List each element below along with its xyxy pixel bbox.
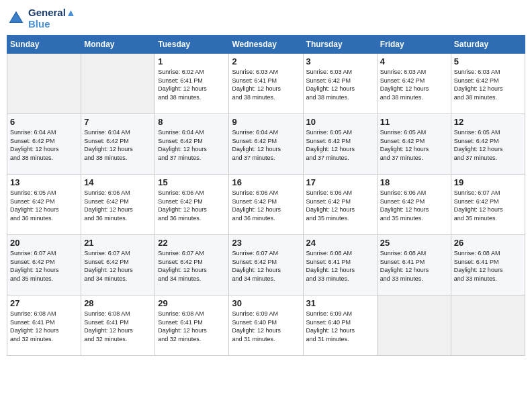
day-info: Sunrise: 6:08 AM Sunset: 6:41 PM Dayligh… [84,310,152,343]
day-number: 12 [454,117,522,127]
calendar-cell: 18Sunrise: 6:06 AM Sunset: 6:42 PM Dayli… [377,175,451,235]
day-info: Sunrise: 6:06 AM Sunset: 6:42 PM Dayligh… [380,189,448,222]
day-info: Sunrise: 6:03 AM Sunset: 6:42 PM Dayligh… [454,68,522,101]
day-number: 28 [84,298,152,308]
day-info: Sunrise: 6:09 AM Sunset: 6:40 PM Dayligh… [232,310,300,343]
calendar-cell: 9Sunrise: 6:04 AM Sunset: 6:42 PM Daylig… [229,114,303,175]
day-info: Sunrise: 6:04 AM Sunset: 6:42 PM Dayligh… [84,128,152,162]
day-number: 27 [10,298,78,308]
col-header-thursday: Thursday [303,36,377,54]
calendar-cell: 26Sunrise: 6:08 AM Sunset: 6:41 PM Dayli… [451,235,525,295]
calendar-cell: 29Sunrise: 6:08 AM Sunset: 6:41 PM Dayli… [155,295,229,356]
week-row-2: 13Sunrise: 6:05 AM Sunset: 6:42 PM Dayli… [7,175,525,235]
day-number: 10 [306,117,374,127]
day-info: Sunrise: 6:09 AM Sunset: 6:40 PM Dayligh… [306,310,374,343]
week-row-1: 6Sunrise: 6:04 AM Sunset: 6:42 PM Daylig… [7,114,525,175]
day-number: 17 [306,177,374,187]
calendar-cell: 5Sunrise: 6:03 AM Sunset: 6:42 PM Daylig… [451,54,525,114]
day-info: Sunrise: 6:06 AM Sunset: 6:42 PM Dayligh… [158,189,226,222]
col-header-friday: Friday [377,36,451,54]
calendar-cell [451,295,525,356]
day-info: Sunrise: 6:08 AM Sunset: 6:41 PM Dayligh… [10,310,78,343]
day-number: 4 [380,56,448,66]
calendar-cell: 6Sunrise: 6:04 AM Sunset: 6:42 PM Daylig… [7,114,81,175]
day-info: Sunrise: 6:07 AM Sunset: 6:42 PM Dayligh… [158,249,226,283]
day-info: Sunrise: 6:05 AM Sunset: 6:42 PM Dayligh… [380,128,448,162]
calendar-cell: 8Sunrise: 6:04 AM Sunset: 6:42 PM Daylig… [155,114,229,175]
day-number: 15 [158,177,226,187]
week-row-0: 1Sunrise: 6:02 AM Sunset: 6:41 PM Daylig… [7,54,525,114]
day-info: Sunrise: 6:05 AM Sunset: 6:42 PM Dayligh… [454,128,522,162]
day-info: Sunrise: 6:02 AM Sunset: 6:41 PM Dayligh… [158,68,226,101]
day-number: 2 [232,56,300,66]
day-info: Sunrise: 6:06 AM Sunset: 6:42 PM Dayligh… [232,189,300,222]
day-number: 8 [158,117,226,127]
calendar-cell: 20Sunrise: 6:07 AM Sunset: 6:42 PM Dayli… [7,235,81,295]
day-number: 13 [10,177,78,187]
calendar-cell [7,54,81,114]
calendar-cell: 30Sunrise: 6:09 AM Sunset: 6:40 PM Dayli… [229,295,303,356]
calendar-cell: 4Sunrise: 6:03 AM Sunset: 6:42 PM Daylig… [377,54,451,114]
day-number: 30 [232,298,300,308]
day-info: Sunrise: 6:04 AM Sunset: 6:42 PM Dayligh… [158,128,226,162]
day-info: Sunrise: 6:07 AM Sunset: 6:42 PM Dayligh… [232,249,300,283]
day-number: 18 [380,177,448,187]
calendar-cell: 17Sunrise: 6:06 AM Sunset: 6:42 PM Dayli… [303,175,377,235]
calendar-cell: 2Sunrise: 6:03 AM Sunset: 6:41 PM Daylig… [229,54,303,114]
calendar-cell: 22Sunrise: 6:07 AM Sunset: 6:42 PM Dayli… [155,235,229,295]
day-number: 6 [10,117,78,127]
calendar-header-row: SundayMondayTuesdayWednesdayThursdayFrid… [7,36,525,54]
calendar-cell [377,295,451,356]
calendar-cell: 14Sunrise: 6:06 AM Sunset: 6:42 PM Dayli… [81,175,155,235]
calendar-cell: 21Sunrise: 6:07 AM Sunset: 6:42 PM Dayli… [81,235,155,295]
day-info: Sunrise: 6:05 AM Sunset: 6:42 PM Dayligh… [306,128,374,162]
calendar-cell: 28Sunrise: 6:08 AM Sunset: 6:41 PM Dayli… [81,295,155,356]
day-info: Sunrise: 6:04 AM Sunset: 6:42 PM Dayligh… [10,128,78,162]
col-header-wednesday: Wednesday [229,36,303,54]
calendar-cell: 10Sunrise: 6:05 AM Sunset: 6:42 PM Dayli… [303,114,377,175]
calendar-cell: 16Sunrise: 6:06 AM Sunset: 6:42 PM Dayli… [229,175,303,235]
calendar-cell: 23Sunrise: 6:07 AM Sunset: 6:42 PM Dayli… [229,235,303,295]
day-info: Sunrise: 6:04 AM Sunset: 6:42 PM Dayligh… [232,128,300,162]
calendar-cell: 3Sunrise: 6:03 AM Sunset: 6:42 PM Daylig… [303,54,377,114]
day-number: 24 [306,238,374,248]
day-info: Sunrise: 6:05 AM Sunset: 6:42 PM Dayligh… [10,189,78,222]
day-number: 23 [232,238,300,248]
day-number: 5 [454,56,522,66]
day-number: 16 [232,177,300,187]
day-number: 26 [454,238,522,248]
day-info: Sunrise: 6:03 AM Sunset: 6:42 PM Dayligh… [380,68,448,101]
logo-text: General▲ Blue [28,7,76,30]
day-info: Sunrise: 6:08 AM Sunset: 6:41 PM Dayligh… [380,249,448,283]
day-info: Sunrise: 6:03 AM Sunset: 6:42 PM Dayligh… [306,68,374,101]
day-number: 25 [380,238,448,248]
header: General▲ Blue [7,7,525,30]
calendar-cell: 1Sunrise: 6:02 AM Sunset: 6:41 PM Daylig… [155,54,229,114]
day-number: 1 [158,56,226,66]
day-info: Sunrise: 6:07 AM Sunset: 6:42 PM Dayligh… [10,249,78,283]
col-header-monday: Monday [81,36,155,54]
logo-icon [7,9,26,28]
day-number: 14 [84,177,152,187]
day-info: Sunrise: 6:07 AM Sunset: 6:42 PM Dayligh… [454,189,522,222]
calendar-table: SundayMondayTuesdayWednesdayThursdayFrid… [7,35,525,356]
day-number: 3 [306,56,374,66]
day-number: 11 [380,117,448,127]
day-info: Sunrise: 6:08 AM Sunset: 6:41 PM Dayligh… [306,249,374,283]
col-header-sunday: Sunday [7,36,81,54]
logo: General▲ Blue [7,7,76,30]
col-header-tuesday: Tuesday [155,36,229,54]
day-info: Sunrise: 6:07 AM Sunset: 6:42 PM Dayligh… [84,249,152,283]
col-header-saturday: Saturday [451,36,525,54]
calendar-cell: 31Sunrise: 6:09 AM Sunset: 6:40 PM Dayli… [303,295,377,356]
day-info: Sunrise: 6:06 AM Sunset: 6:42 PM Dayligh… [84,189,152,222]
week-row-4: 27Sunrise: 6:08 AM Sunset: 6:41 PM Dayli… [7,295,525,356]
calendar-cell: 27Sunrise: 6:08 AM Sunset: 6:41 PM Dayli… [7,295,81,356]
calendar-cell: 13Sunrise: 6:05 AM Sunset: 6:42 PM Dayli… [7,175,81,235]
day-number: 29 [158,298,226,308]
week-row-3: 20Sunrise: 6:07 AM Sunset: 6:42 PM Dayli… [7,235,525,295]
calendar-cell: 25Sunrise: 6:08 AM Sunset: 6:41 PM Dayli… [377,235,451,295]
day-info: Sunrise: 6:06 AM Sunset: 6:42 PM Dayligh… [306,189,374,222]
calendar-cell: 24Sunrise: 6:08 AM Sunset: 6:41 PM Dayli… [303,235,377,295]
day-number: 9 [232,117,300,127]
